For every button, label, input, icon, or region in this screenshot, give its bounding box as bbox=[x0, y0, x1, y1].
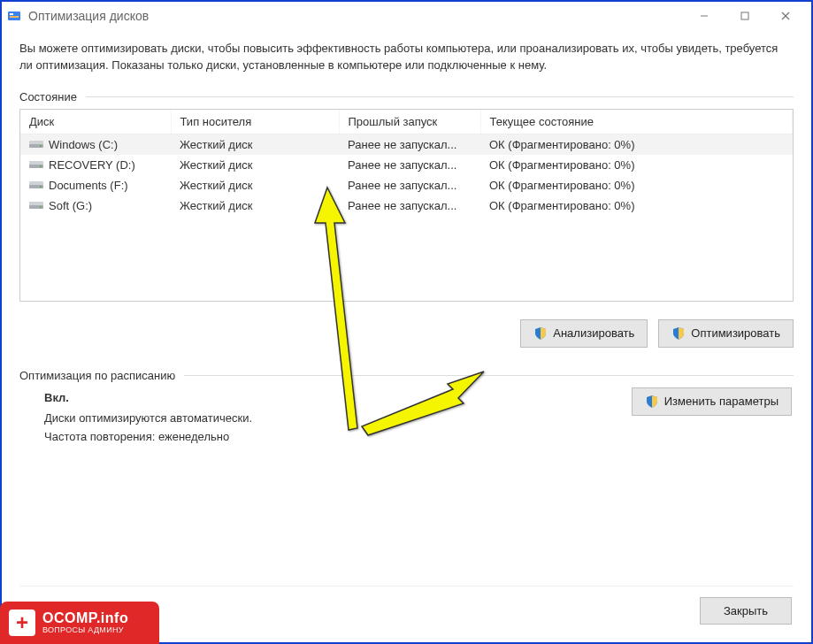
last-run: Ранее не запускал... bbox=[339, 134, 480, 155]
drives-table[interactable]: Диск Тип носителя Прошлый запуск Текущее… bbox=[19, 109, 794, 302]
svg-rect-1 bbox=[10, 13, 13, 15]
table-header-row: Диск Тип носителя Прошлый запуск Текущее… bbox=[20, 110, 793, 134]
media-type: Жесткий диск bbox=[171, 175, 339, 196]
schedule-section-header: Оптимизация по расписанию bbox=[19, 369, 794, 382]
analyze-label: Анализировать bbox=[553, 326, 634, 340]
action-buttons-row: Анализировать Оптимизировать bbox=[19, 319, 794, 348]
last-run: Ранее не запускал... bbox=[339, 175, 480, 196]
state-section-header: Состояние bbox=[19, 90, 794, 104]
current-status: ОК (Фрагментировано: 0%) bbox=[480, 175, 793, 196]
table-row[interactable]: Soft (G:)Жесткий дискРанее не запускал..… bbox=[20, 196, 793, 216]
schedule-frequency-text: Частота повторения: еженедельно bbox=[44, 430, 252, 443]
close-button[interactable] bbox=[765, 3, 806, 29]
current-status: ОК (Фрагментировано: 0%) bbox=[480, 196, 793, 216]
svg-point-12 bbox=[40, 165, 42, 167]
shield-icon bbox=[645, 395, 659, 409]
content-area: Вы можете оптимизировать диски, чтобы по… bbox=[2, 30, 811, 642]
disk-name: Documents (F:) bbox=[49, 179, 128, 192]
table-row[interactable]: Windows (C:)Жесткий дискРанее не запуска… bbox=[20, 134, 793, 155]
schedule-section: Оптимизация по расписанию Вкл. Диски опт… bbox=[19, 365, 794, 448]
hdd-icon bbox=[29, 200, 43, 211]
divider bbox=[184, 375, 794, 376]
minimize-button[interactable] bbox=[684, 3, 725, 29]
hdd-icon bbox=[29, 139, 43, 150]
titlebar: Оптимизация дисков bbox=[2, 2, 811, 30]
shield-icon bbox=[671, 326, 686, 341]
media-type: Жесткий диск bbox=[171, 155, 339, 175]
watermark-site: OCOMP.info bbox=[42, 611, 128, 626]
media-type: Жесткий диск bbox=[171, 196, 339, 216]
svg-point-9 bbox=[40, 145, 42, 147]
divider bbox=[86, 96, 794, 97]
svg-point-15 bbox=[40, 186, 42, 188]
close-dialog-button[interactable]: Закрыть bbox=[700, 597, 792, 625]
intro-text: Вы можете оптимизировать диски, чтобы по… bbox=[19, 41, 794, 74]
optimize-drives-window: Оптимизация дисков Вы можете оптимизиров… bbox=[0, 0, 813, 644]
current-status: ОК (Фрагментировано: 0%) bbox=[480, 134, 793, 155]
watermark-tagline: ВОПРОСЫ АДМИНУ bbox=[42, 626, 128, 634]
shield-icon bbox=[533, 326, 548, 341]
current-status: ОК (Фрагментировано: 0%) bbox=[480, 155, 793, 175]
disk-name: Soft (G:) bbox=[49, 199, 92, 212]
optimize-label: Оптимизировать bbox=[691, 326, 780, 340]
col-disk[interactable]: Диск bbox=[20, 110, 171, 134]
disk-name: Windows (C:) bbox=[49, 138, 118, 151]
schedule-label: Оптимизация по расписанию bbox=[19, 369, 175, 382]
svg-rect-2 bbox=[10, 16, 19, 18]
app-icon bbox=[7, 9, 21, 23]
media-type: Жесткий диск bbox=[171, 134, 339, 155]
schedule-text: Вкл. Диски оптимизируются автоматически.… bbox=[21, 387, 252, 448]
optimize-button[interactable]: Оптимизировать bbox=[658, 319, 794, 348]
state-label: Состояние bbox=[19, 90, 77, 104]
window-title: Оптимизация дисков bbox=[28, 9, 684, 23]
col-last-run[interactable]: Прошлый запуск bbox=[339, 110, 480, 134]
maximize-button[interactable] bbox=[725, 3, 765, 29]
svg-rect-4 bbox=[741, 12, 748, 19]
schedule-auto-text: Диски оптимизируются автоматически. bbox=[44, 411, 252, 425]
plus-icon: + bbox=[9, 610, 35, 636]
schedule-status-on: Вкл. bbox=[44, 391, 252, 404]
site-watermark: + OCOMP.info ВОПРОСЫ АДМИНУ bbox=[0, 602, 159, 644]
disk-name: RECOVERY (D:) bbox=[49, 158, 135, 172]
svg-point-18 bbox=[40, 206, 42, 208]
window-controls bbox=[684, 3, 806, 29]
change-settings-button[interactable]: Изменить параметры bbox=[632, 387, 792, 416]
col-media[interactable]: Тип носителя bbox=[171, 110, 339, 134]
table-row[interactable]: RECOVERY (D:)Жесткий дискРанее не запуск… bbox=[20, 155, 793, 175]
table-row[interactable]: Documents (F:)Жесткий дискРанее не запус… bbox=[20, 175, 793, 196]
col-status[interactable]: Текущее состояние bbox=[480, 110, 793, 134]
hdd-icon bbox=[29, 159, 43, 170]
close-label: Закрыть bbox=[724, 604, 768, 617]
hdd-icon bbox=[29, 180, 43, 190]
last-run: Ранее не запускал... bbox=[339, 196, 480, 216]
analyze-button[interactable]: Анализировать bbox=[520, 319, 648, 348]
last-run: Ранее не запускал... bbox=[339, 155, 480, 175]
change-settings-label: Изменить параметры bbox=[664, 395, 778, 408]
